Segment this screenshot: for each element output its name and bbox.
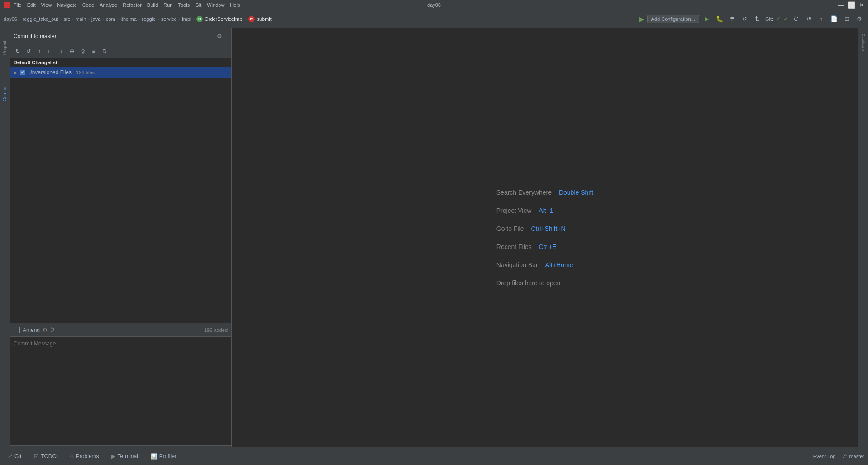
commit-sort-btn[interactable]: ⇅ xyxy=(100,46,110,56)
hint-project-shortcut: Alt+1 xyxy=(539,207,553,214)
hint-row-recent: Recent Files Ctrl+E xyxy=(496,243,557,250)
sidebar-item-commit[interactable]: Commit xyxy=(0,75,10,111)
master-branch-badge[interactable]: ⎇ master xyxy=(841,453,864,460)
commit-toolbar: ↻ ↺ ↑ □ ↓ ⊕ ◎ ≡ ⇅ xyxy=(10,44,231,58)
menu-view[interactable]: View xyxy=(41,2,52,8)
tab-problems[interactable]: ⚠ Problems xyxy=(67,451,102,461)
git-check-1: ✓ xyxy=(776,15,781,22)
menu-run[interactable]: Run xyxy=(163,2,172,8)
commit-close-icon[interactable]: − xyxy=(224,33,228,39)
breadcrumb: day06 › reggie_take_out › src › main › j… xyxy=(4,16,638,22)
breadcrumb-service[interactable]: service xyxy=(161,16,177,22)
breadcrumb-impl[interactable]: impl xyxy=(182,16,191,22)
close-button[interactable]: ✕ xyxy=(859,1,864,9)
git-history-button[interactable]: ⏱ xyxy=(791,14,801,24)
menu-file[interactable]: File xyxy=(14,2,22,8)
orderservice-icon: O xyxy=(196,16,203,22)
commit-message-input[interactable] xyxy=(10,337,231,445)
menu-build[interactable]: Build xyxy=(147,2,158,8)
git-rollback-button[interactable]: ↺ xyxy=(804,14,814,24)
commit-up-btn[interactable]: ↑ xyxy=(34,46,44,56)
amend-clock-icon[interactable]: ⏱ xyxy=(49,327,55,333)
commit-select-btn[interactable]: □ xyxy=(45,46,55,56)
maximize-button[interactable]: ⬜ xyxy=(848,1,855,9)
menu-help[interactable]: Help xyxy=(230,2,240,8)
hint-row-search: Search Everywhere Double Shift xyxy=(496,189,593,196)
menu-git[interactable]: Git xyxy=(195,2,201,8)
right-sidebar: Database xyxy=(858,28,868,465)
hint-recent-shortcut: Ctrl+E xyxy=(539,243,557,250)
commit-group-btn[interactable]: ≡ xyxy=(89,46,99,56)
forward-button[interactable]: ⇅ xyxy=(753,14,763,24)
menu-analyze[interactable]: Analyze xyxy=(100,2,117,8)
sidebar-commit-label: Commit xyxy=(2,86,7,101)
unversioned-files-count: 196 files xyxy=(76,70,95,75)
tab-profiler[interactable]: 📊 Profiler xyxy=(148,451,179,461)
run-config-arrow: ▶ xyxy=(639,15,644,23)
window-controls[interactable]: — ⬜ ✕ xyxy=(838,1,864,9)
menu-bar[interactable]: File Edit View Navigate Code Analyze Ref… xyxy=(14,2,240,8)
breadcrumb-submit[interactable]: submit xyxy=(257,16,271,22)
tab-git[interactable]: ⎇ Git xyxy=(4,451,24,461)
window-title: day06 xyxy=(427,2,441,8)
add-configuration-button[interactable]: Add Configuration... xyxy=(647,15,699,23)
breadcrumb-orderservice[interactable]: OrderServiceImpl xyxy=(205,16,243,22)
amend-checkbox[interactable] xyxy=(14,327,20,333)
master-branch-label: master xyxy=(849,454,864,459)
main-content-area: Search Everywhere Double Shift Project V… xyxy=(232,28,858,447)
sidebar-item-database[interactable]: Database xyxy=(860,30,867,55)
sidebar-item-project[interactable]: Project xyxy=(0,30,10,66)
back-button[interactable]: ↺ xyxy=(740,14,750,24)
toolbar-right: ▶ Add Configuration... ▶ 🐛 ☂ ↺ ⇅ Git: ✓ … xyxy=(639,14,864,24)
breadcrumb-java[interactable]: java xyxy=(91,16,100,22)
changelist-section: Default Changelist ▶ Unversioned Files 1… xyxy=(10,58,231,323)
hint-navbar-shortcut: Alt+Home xyxy=(545,261,573,268)
git-file-button[interactable]: 📄 xyxy=(829,14,839,24)
run-button[interactable]: ▶ xyxy=(702,14,712,24)
unversioned-files-checkbox[interactable] xyxy=(20,70,25,75)
sidebar-project-label: Project xyxy=(2,41,7,55)
breadcrumb-com[interactable]: com xyxy=(106,16,115,22)
added-count-badge: 196 added xyxy=(204,327,228,333)
title-bar-left: File Edit View Navigate Code Analyze Ref… xyxy=(4,2,240,8)
commit-settings-icon[interactable]: ⚙ xyxy=(217,33,222,39)
problems-tab-icon: ⚠ xyxy=(69,453,74,460)
commit-panel: Commit to master ⚙ − ↻ ↺ ↑ □ ↓ ⊕ ◎ ≡ ⇅ D… xyxy=(10,28,232,465)
commit-plus-btn[interactable]: ⊕ xyxy=(67,46,77,56)
commit-down-btn[interactable]: ↓ xyxy=(56,46,66,56)
amend-settings-icon[interactable]: ⚙ xyxy=(43,327,48,333)
title-bar: File Edit View Navigate Code Analyze Ref… xyxy=(0,0,868,10)
breadcrumb-itheima[interactable]: itheima xyxy=(120,16,136,22)
git-settings-button[interactable]: ⚙ xyxy=(854,14,864,24)
breadcrumb-main[interactable]: main xyxy=(76,16,86,22)
event-log-button[interactable]: Event Log xyxy=(813,454,836,459)
amend-label: Amend xyxy=(23,327,40,333)
tab-todo[interactable]: ☑ TODO xyxy=(31,451,59,461)
menu-refactor[interactable]: Refactor xyxy=(123,2,142,8)
menu-window[interactable]: Window xyxy=(207,2,224,8)
breadcrumb-reggie2[interactable]: reggie xyxy=(142,16,156,22)
profiler-tab-label: Profiler xyxy=(159,453,176,460)
commit-refresh-btn[interactable]: ↻ xyxy=(13,46,23,56)
git-layout-button[interactable]: ⊞ xyxy=(842,14,852,24)
commit-eye-btn[interactable]: ◎ xyxy=(78,46,88,56)
breadcrumb-day06[interactable]: day06 xyxy=(4,16,17,22)
menu-code[interactable]: Code xyxy=(82,2,94,8)
coverage-button[interactable]: ☂ xyxy=(727,14,737,24)
profiler-tab-icon: 📊 xyxy=(151,453,157,460)
unversioned-files-row[interactable]: ▶ Unversioned Files 196 files xyxy=(10,67,231,78)
terminal-tab-icon: ▶ xyxy=(111,453,115,460)
menu-edit[interactable]: Edit xyxy=(27,2,36,8)
debug-button[interactable]: 🐛 xyxy=(715,14,725,24)
submit-icon: m xyxy=(248,16,255,22)
tree-expand-icon[interactable]: ▶ xyxy=(14,70,17,75)
menu-navigate[interactable]: Navigate xyxy=(57,2,76,8)
main-toolbar: day06 › reggie_take_out › src › main › j… xyxy=(0,10,868,28)
breadcrumb-src[interactable]: src xyxy=(63,16,70,22)
minimize-button[interactable]: — xyxy=(838,1,844,9)
commit-undo-btn[interactable]: ↺ xyxy=(24,46,33,56)
git-push-button[interactable]: ↑ xyxy=(816,14,826,24)
breadcrumb-reggie[interactable]: reggie_take_out xyxy=(23,16,58,22)
tab-terminal[interactable]: ▶ Terminal xyxy=(109,451,140,461)
menu-tools[interactable]: Tools xyxy=(178,2,190,8)
